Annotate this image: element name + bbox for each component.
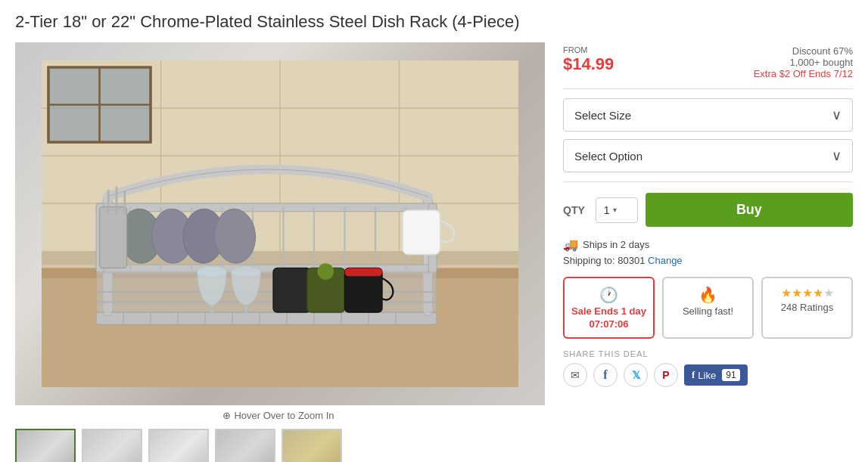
select-option-dropdown[interactable]: Select Option ∨ [563,139,853,172]
selling-fast-label: Selling fast! [670,305,746,317]
star-5-empty: ★ [823,287,834,299]
selling-fast-card: 🔥 Selling fast! [662,277,754,339]
truck-icon: 🚚 [563,237,578,252]
share-email-button[interactable]: ✉ [563,363,587,387]
twitter-icon: 𝕏 [632,369,640,381]
qty-label: QTY [563,204,585,216]
main-image[interactable] [15,42,545,405]
share-section: SHARE THIS DEAL ✉ f 𝕏 P f [563,349,853,387]
sale-timer: 07:07:06 [571,318,647,330]
thumbnail-5[interactable] [282,429,342,462]
qty-value: 1 [604,204,610,216]
from-label: FROM [563,45,614,54]
image-section: ⊕Hover Over to Zoom In [15,42,545,462]
shipping-to-label: Shipping to: 80301 [563,255,645,266]
discount-percentage: Discount 67% [754,45,853,57]
star-4: ★ [813,287,823,299]
share-facebook-button[interactable]: f [593,363,618,387]
select-size-dropdown[interactable]: Select Size ∨ [563,98,853,132]
email-icon: ✉ [571,369,580,381]
svg-rect-47 [403,210,440,255]
facebook-like-button[interactable]: f Like 91 [684,364,748,386]
star-3: ★ [802,287,813,299]
share-twitter-button[interactable]: 𝕏 [624,363,648,387]
svg-rect-15 [96,312,437,324]
star-1: ★ [781,287,792,299]
sale-countdown-card: 🕐 Sale Ends 1 day 07:07:06 [563,277,655,339]
thumbnail-3[interactable] [148,429,209,462]
change-zip-link[interactable]: Change [648,255,683,266]
product-title: 2-Tier 18" or 22" Chrome-Plated Stainles… [15,12,853,32]
facebook-like-icon: f [692,369,695,381]
fire-icon: 🔥 [670,286,746,304]
ratings-count: 248 Ratings [769,302,845,313]
svg-rect-48 [100,207,127,268]
thumbnail-1[interactable] [15,429,76,462]
quantity-stepper[interactable]: 1 ▾ [596,197,638,223]
thumbnail-2[interactable] [82,429,142,462]
sale-ends-label: Sale Ends 1 day [571,305,647,317]
star-2: ★ [792,287,802,299]
svg-rect-59 [273,268,311,313]
svg-rect-63 [345,268,383,277]
thumbnails-row [15,429,545,462]
fb-like-count: 91 [722,369,739,381]
buy-button[interactable]: Buy [646,193,853,227]
dropdown-arrow-icon: ▾ [613,206,617,214]
ratings-card: ★★★★★ 248 Ratings [761,277,853,339]
facebook-icon: f [603,368,607,382]
star-rating: ★★★★★ [769,286,845,300]
pinterest-icon: P [662,369,669,381]
right-panel: FROM $14.99 Discount 67% 1,000+ bought E… [563,42,853,462]
hover-zoom-label: ⊕Hover Over to Zoom In [15,410,545,421]
share-label: SHARE THIS DEAL [563,349,853,358]
extra-off-label: Extra $2 Off Ends 7/12 [754,68,853,79]
thumbnail-4[interactable] [215,429,275,462]
clock-icon: 🕐 [571,286,647,304]
svg-point-61 [318,263,334,280]
chevron-down-icon: ∨ [832,107,842,123]
bought-count: 1,000+ bought [754,57,853,68]
svg-rect-29 [96,203,437,212]
price-value: $14.99 [563,54,614,74]
chevron-down-icon: ∨ [832,147,842,164]
share-pinterest-button[interactable]: P [654,363,678,387]
ships-label: Ships in 2 days [583,239,649,250]
